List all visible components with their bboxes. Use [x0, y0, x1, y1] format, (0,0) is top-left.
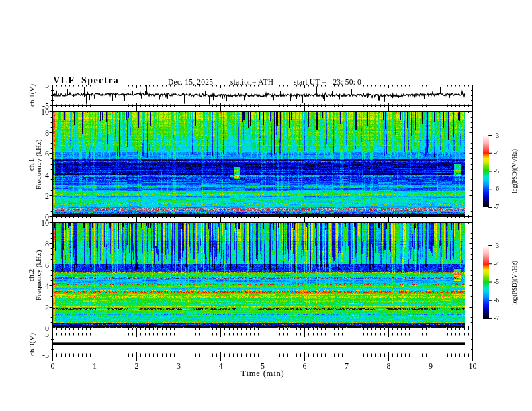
start-ut-label: start UT = 23: 50: 0	[294, 78, 361, 86]
cbar1-tick--3: -3	[494, 133, 507, 140]
ch3-voltage-trace	[53, 334, 466, 355]
cbar2-psd-label: log(PSD)(V²/Hz)	[509, 242, 520, 323]
cbar1-tick--4: -4	[494, 150, 507, 157]
colorbar-ch1	[483, 136, 489, 207]
x-axis-title: Time (min)	[241, 369, 285, 379]
xtick-0: 0	[45, 362, 61, 370]
xtick-1: 1	[87, 362, 103, 370]
ch1-frequency-label: Frequency (kHz)	[33, 124, 44, 205]
xtick-8: 8	[381, 362, 397, 370]
cbar1-tick--5: -5	[494, 169, 507, 175]
cbar2-tick--5: -5	[494, 279, 507, 286]
xtick-7: 7	[339, 362, 355, 370]
vlf-spectra-figure: VLF Spectra Dec. 15, 2025 station= ATH s…	[0, 0, 532, 411]
xtick-9: 9	[423, 362, 439, 370]
date-label: Dec. 15, 2025	[168, 78, 213, 86]
cbar2-tick--7: -7	[494, 316, 507, 322]
xtick-2: 2	[129, 362, 145, 370]
station-label: station= ATH	[230, 78, 273, 86]
colorbar-ch2	[483, 246, 489, 319]
xtick-3: 3	[171, 362, 187, 370]
xtick-4: 4	[213, 362, 229, 370]
cbar2-tick--3: -3	[494, 243, 507, 250]
xtick-6: 6	[297, 362, 313, 370]
ch1-v-label: ch.1(V)	[26, 55, 37, 136]
cbar1-psd-label: log(PSD)(V²/Hz)	[509, 131, 520, 212]
ch1-voltage-trace	[53, 85, 466, 105]
ch1-spectrogram	[53, 112, 466, 216]
cbar1-tick--6: -6	[494, 186, 507, 193]
cbar2-tick--6: -6	[494, 298, 507, 304]
ch3-v-label: ch.3(V)	[26, 304, 37, 385]
ch2_spec-ytick-10: 10	[26, 219, 49, 227]
ch2-spectrogram	[53, 223, 466, 328]
ch2-frequency-label: Frequency (kHz)	[33, 235, 44, 316]
cbar1-tick--7: -7	[494, 204, 507, 211]
xtick-10: 10	[465, 362, 481, 370]
plot-title: VLF Spectra	[53, 75, 119, 86]
cbar2-tick--4: -4	[494, 261, 507, 268]
